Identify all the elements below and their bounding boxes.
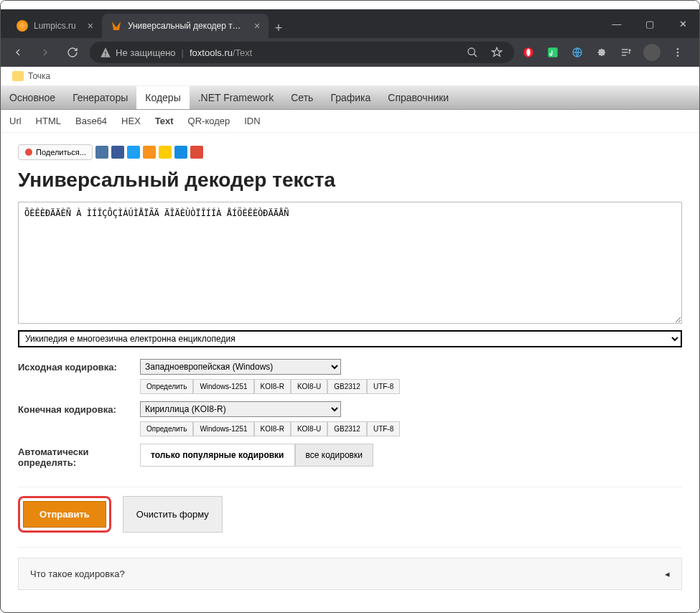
enc-utf8-button[interactable]: UTF-8: [367, 379, 400, 394]
sub-nav: Url HTML Base64 HEX Text QR-кодер IDN: [1, 110, 699, 133]
svg-point-8: [677, 52, 679, 54]
bookmark-item[interactable]: Точка: [28, 71, 50, 81]
subnav-idn[interactable]: IDN: [244, 116, 260, 126]
folder-icon: [12, 71, 24, 81]
submit-highlight: Отправить: [18, 496, 111, 533]
extensions-icon[interactable]: [594, 45, 609, 60]
browser-tab-foxtools[interactable]: Универсальный декодер текста ×: [102, 14, 269, 38]
playlist-icon[interactable]: [619, 45, 633, 60]
enc-gb2312-button[interactable]: GB2312: [327, 421, 367, 436]
page-title: Универсальный декодер текста: [18, 169, 682, 192]
nav-generators[interactable]: Генераторы: [64, 86, 136, 109]
enc-koi8u-button[interactable]: KOI8-U: [291, 379, 327, 394]
security-indicator[interactable]: Не защищено: [100, 47, 176, 58]
submit-row: Отправить Очистить форму: [18, 487, 682, 548]
share-row: Поделиться...: [18, 144, 682, 160]
svg-point-10: [25, 149, 32, 156]
accordion-what-is-encoding[interactable]: Что такое кодировка? ◂: [18, 558, 682, 590]
chevron-left-icon: ◂: [665, 568, 670, 579]
auto-detect-toggle: только популярные кодировки все кодировк…: [140, 444, 682, 467]
source-encoding-label: Исходная кодировка:: [18, 359, 140, 373]
extensions-row: [521, 44, 692, 61]
search-icon[interactable]: [465, 45, 480, 60]
nav-dotnet[interactable]: .NET Framework: [190, 86, 283, 109]
input-textarea[interactable]: [18, 202, 682, 324]
ok-icon[interactable]: [143, 146, 156, 159]
reload-button[interactable]: [62, 42, 83, 62]
star-icon[interactable]: [490, 45, 504, 60]
facebook-icon[interactable]: [111, 146, 124, 159]
address-bar[interactable]: Не защищено | foxtools.ru/Text: [90, 42, 514, 63]
mailru-icon[interactable]: [159, 146, 172, 159]
subnav-url[interactable]: Url: [9, 116, 22, 126]
accordion-title: Что такое кодировка?: [30, 568, 125, 579]
target-encoding-quick: Определить Windows-1251 KOI8-R KOI8-U GB…: [140, 421, 682, 436]
enc-koi8u-button[interactable]: KOI8-U: [291, 421, 327, 436]
enc-detect-button[interactable]: Определить: [140, 379, 193, 394]
browser-tabbar: Lumpics.ru × Универсальный декодер текст…: [1, 9, 699, 38]
subnav-hex[interactable]: HEX: [121, 116, 141, 126]
maximize-button[interactable]: ▢: [633, 9, 666, 38]
enc-detect-button[interactable]: Определить: [140, 421, 193, 436]
nav-reference[interactable]: Справочники: [379, 86, 457, 109]
svg-point-2: [468, 48, 475, 55]
enc-utf8-button[interactable]: UTF-8: [367, 421, 400, 436]
music-icon[interactable]: [546, 45, 560, 60]
all-encodings-button[interactable]: все кодировки: [295, 444, 373, 467]
nav-main[interactable]: Основное: [1, 86, 64, 109]
enc-gb2312-button[interactable]: GB2312: [327, 379, 367, 394]
forward-button[interactable]: [35, 42, 55, 62]
share-label: Поделиться...: [36, 148, 86, 156]
vk-icon[interactable]: [95, 146, 108, 159]
url-display: foxtools.ru/Text: [190, 47, 252, 58]
security-label: Не защищено: [116, 47, 176, 58]
browser-tab-lumpics[interactable]: Lumpics.ru ×: [8, 14, 102, 38]
svg-rect-1: [105, 55, 106, 56]
popular-encodings-button[interactable]: только популярные кодировки: [140, 444, 295, 467]
close-icon[interactable]: ×: [88, 20, 93, 32]
twitter-icon[interactable]: [127, 146, 140, 159]
svg-point-4: [526, 49, 530, 57]
submit-button[interactable]: Отправить: [23, 501, 106, 528]
subnav-html[interactable]: HTML: [36, 116, 61, 126]
subnav-qr[interactable]: QR-кодер: [188, 116, 230, 126]
subnav-text[interactable]: Text: [155, 116, 174, 126]
svg-rect-5: [548, 47, 557, 57]
tab-title: Универсальный декодер текста: [128, 21, 243, 31]
clear-button[interactable]: Очистить форму: [123, 496, 223, 533]
gplus-icon[interactable]: [190, 146, 203, 159]
menu-icon[interactable]: [671, 45, 685, 60]
svg-rect-0: [105, 52, 106, 55]
nav-network[interactable]: Сеть: [282, 86, 322, 109]
new-tab-button[interactable]: +: [269, 18, 289, 38]
source-encoding-quick: Определить Windows-1251 KOI8-R KOI8-U GB…: [140, 379, 682, 394]
source-encoding-select[interactable]: Западноевропейская (Windows): [140, 359, 341, 375]
lj-icon[interactable]: [174, 146, 187, 159]
main-nav: Основное Генераторы Кодеры .NET Framewor…: [1, 86, 699, 110]
subnav-base64[interactable]: Base64: [75, 116, 107, 126]
enc-win1251-button[interactable]: Windows-1251: [193, 379, 253, 394]
auto-detect-label: Автоматически определять:: [18, 444, 140, 468]
nav-coders[interactable]: Кодеры: [136, 86, 189, 109]
preview-select[interactable]: Уикипедия е многоезична електронна енцик…: [18, 330, 682, 347]
target-encoding-label: Конечная кодировка:: [18, 401, 140, 415]
enc-win1251-button[interactable]: Windows-1251: [193, 421, 253, 436]
back-button[interactable]: [8, 42, 28, 62]
globe-icon[interactable]: [570, 45, 584, 60]
minimize-button[interactable]: —: [600, 9, 633, 38]
tab-title: Lumpics.ru: [34, 21, 76, 31]
close-window-button[interactable]: ✕: [666, 9, 699, 38]
share-button[interactable]: Поделиться...: [18, 144, 93, 160]
favicon-lumpics: [17, 20, 28, 32]
opera-icon[interactable]: [521, 45, 536, 60]
target-encoding-select[interactable]: Кириллица (KOI8-R): [140, 401, 341, 417]
enc-koi8r-button[interactable]: KOI8-R: [254, 379, 291, 394]
profile-avatar[interactable]: [643, 44, 661, 61]
bookmarks-bar: Точка: [1, 67, 699, 86]
svg-point-7: [677, 48, 679, 50]
svg-point-9: [677, 55, 679, 57]
address-row: Не защищено | foxtools.ru/Text: [1, 38, 699, 67]
nav-graphics[interactable]: Графика: [322, 86, 379, 109]
close-icon[interactable]: ×: [254, 20, 260, 32]
enc-koi8r-button[interactable]: KOI8-R: [254, 421, 291, 436]
